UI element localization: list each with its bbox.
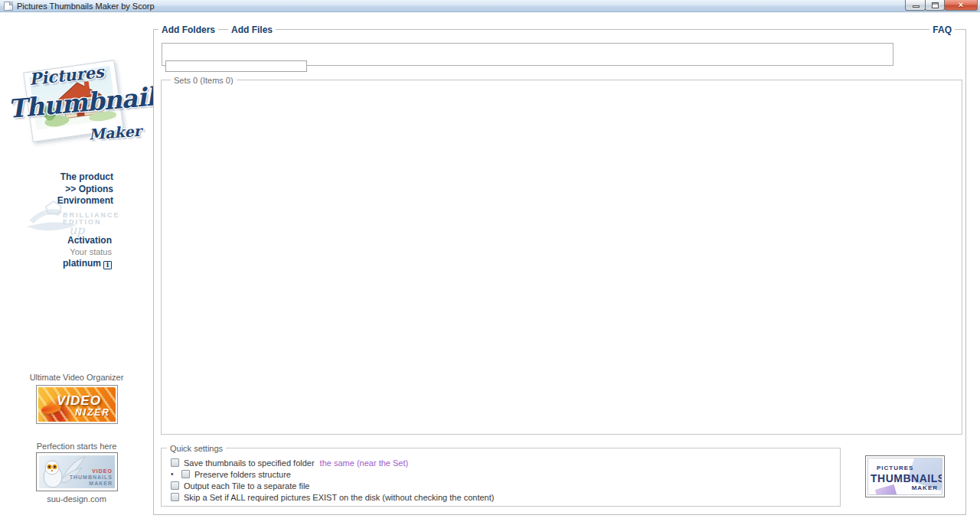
save-thumbnails-checkbox[interactable] [171, 458, 179, 467]
vtm-word1: VIDEO [70, 468, 113, 474]
vtm-banner-art: VIDEO THUMBNAILS MAKER [39, 455, 115, 488]
videonizer-caption: Ultimate Video Organizer [0, 373, 153, 382]
vtm-word3: MAKER [70, 481, 113, 487]
nav-item-the-product[interactable]: The product [21, 171, 113, 184]
skip-set-checkbox[interactable] [171, 493, 179, 501]
bullet-dot-icon: • [171, 470, 181, 478]
vtm-caption: Perfection starts here [0, 442, 153, 451]
videonizer-word2: NIZER [75, 407, 110, 418]
edition-line2: EDITION [63, 219, 120, 226]
logo-text-maker: Maker [88, 122, 142, 143]
output-tile-label: Output each Tile to a separate file [184, 481, 310, 491]
save-thumbnails-label: Save thumbnails to specified folder [184, 458, 315, 468]
minimize-icon [913, 5, 920, 8]
add-folders-button[interactable]: Add Folders [158, 24, 218, 36]
sets-group-legend: Sets 0 (Items 0) [171, 74, 237, 86]
app-logo: Pictures Thumbnails Maker [6, 57, 148, 148]
maximize-icon [932, 2, 939, 8]
faq-link[interactable]: FAQ [929, 24, 955, 36]
edition-watermark: BRILLIANCE EDITION [63, 212, 120, 226]
vtm-word2: THUMBNAILS [70, 474, 113, 481]
skip-set-label: Skip a Set if ALL required pictures EXIS… [184, 493, 494, 502]
status-label: Your status [21, 246, 112, 258]
output-tile-checkbox[interactable] [171, 481, 179, 490]
preserve-structure-checkbox[interactable] [181, 470, 190, 478]
save-folder-choice-link[interactable]: the same (near the Set) [320, 458, 409, 468]
quick-settings-legend: Quick settings [167, 442, 226, 455]
badge-text-thumbnails: THUMBNAILS [871, 472, 942, 484]
maximize-button[interactable] [925, 0, 945, 11]
brand-badge: PICTURES THUMBNAILS MAKER [865, 455, 945, 497]
add-files-button[interactable]: Add Files [228, 24, 276, 36]
minimize-button[interactable] [905, 0, 926, 11]
status-value: platinum [63, 258, 101, 269]
videonizer-banner-art: VIDEO NIZER [38, 387, 116, 422]
nav-item-options[interactable]: >> Options [21, 184, 113, 196]
main-group-legend: Add Folders Add Files [158, 24, 276, 36]
info-icon[interactable]: i [103, 261, 112, 269]
videonizer-banner[interactable]: VIDEO NIZER [36, 385, 118, 424]
option-row: Save thumbnails to specified folder the … [171, 458, 408, 468]
option-row: Output each Tile to a separate file [171, 481, 310, 491]
title-bar: Pictures Thumbnails Maker by Scorp × [0, 0, 980, 12]
vtm-banner[interactable]: VIDEO THUMBNAILS MAKER [36, 452, 118, 491]
sidebar: Pictures Thumbnails Maker The product >>… [0, 12, 153, 525]
vtm-site-link[interactable]: suu-design.com [0, 494, 153, 504]
path-input[interactable] [165, 60, 307, 72]
window-title: Pictures Thumbnails Maker by Scorp [17, 2, 155, 11]
badge-text-maker: MAKER [912, 484, 938, 491]
close-icon: × [945, 0, 977, 10]
status-value-row: platinumi [21, 258, 112, 269]
close-button[interactable]: × [944, 0, 978, 11]
videonizer-word1: VIDEO [57, 393, 101, 409]
option-row: Skip a Set if ALL required pictures EXIS… [171, 492, 494, 502]
nav-item-activation[interactable]: Activation [21, 235, 112, 246]
brand-badge-art: PICTURES THUMBNAILS MAKER [867, 458, 942, 495]
vtm-banner-text: VIDEO THUMBNAILS MAKER [70, 468, 113, 487]
window-controls: × [906, 0, 978, 11]
quick-settings-group: Quick settings Save thumbnails to specif… [161, 448, 841, 507]
preserve-structure-label: Preserve folders structure [194, 470, 291, 479]
app-window-icon [4, 2, 13, 11]
badge-text-pictures: PICTURES [877, 465, 913, 471]
option-row: • Preserve folders structure [171, 469, 291, 479]
activation-block: Activation Your status platinumi [21, 235, 112, 269]
sets-group[interactable]: Sets 0 (Items 0) [161, 80, 962, 435]
